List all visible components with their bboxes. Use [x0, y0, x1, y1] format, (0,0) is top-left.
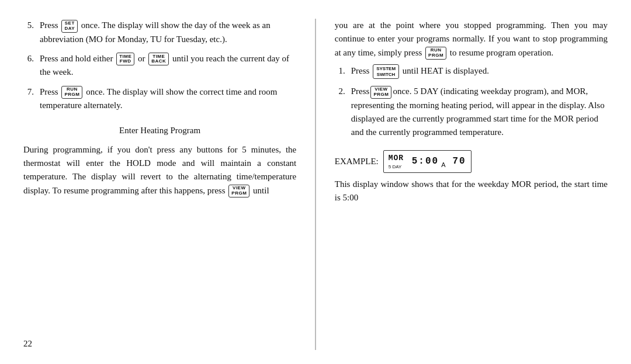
view-prgm-button-left[interactable]: VIEWPRGM — [228, 185, 249, 197]
column-divider — [315, 19, 316, 350]
page: 5. Press SETDAY once. The display will s… — [0, 0, 631, 364]
step-7-number: 7. — [23, 85, 36, 113]
display-example: MOR 5 DAY 5:00 A 70 — [383, 150, 471, 174]
display-time: 5:00 — [412, 154, 439, 168]
right-step-2: 2. PressVIEWPRGMonce. 5 DAY (indicating … — [335, 85, 608, 139]
step-5-content: Press SETDAY once. The display will show… — [40, 19, 296, 46]
step-7-content: Press RUNPRGM once. The display will sho… — [40, 85, 296, 113]
right-step-2-number: 2. — [335, 85, 348, 139]
left-column: 5. Press SETDAY once. The display will s… — [23, 19, 296, 350]
display-ampm: A — [441, 160, 446, 170]
body-paragraph: During programming, if you don't press a… — [23, 143, 296, 197]
section-heading: Enter Heating Program — [23, 124, 296, 137]
example-row: EXAMPLE: MOR 5 DAY 5:00 A 70 — [335, 150, 608, 174]
page-number: 22 — [23, 331, 296, 351]
run-prgm-button-right[interactable]: RUNPRGM — [425, 47, 446, 60]
step-5: 5. Press SETDAY once. The display will s… — [23, 19, 296, 46]
example-label: EXAMPLE: — [335, 155, 379, 168]
step-6-content: Press and hold either TIMEFWD or TIMEBAC… — [40, 52, 296, 79]
step-5-number: 5. — [23, 19, 36, 46]
right-step-1: 1. Press SYSTEMSWITCH until HEAT is disp… — [335, 64, 608, 79]
display-mor-label: MOR — [389, 152, 405, 164]
right-column: you are at the point where you stopped p… — [335, 19, 608, 350]
view-prgm-button-right[interactable]: VIEWPRGM — [370, 86, 391, 99]
right-step-2-content: PressVIEWPRGMonce. 5 DAY (indicating wee… — [351, 85, 608, 139]
step-6-number: 6. — [23, 52, 36, 79]
final-paragraph: This display window shows that for the w… — [335, 178, 608, 205]
system-switch-button[interactable]: SYSTEMSWITCH — [373, 64, 399, 79]
display-5day-label: 5 DAY — [389, 164, 405, 171]
right-step-1-content: Press SYSTEMSWITCH until HEAT is display… — [351, 64, 608, 79]
time-fwd-button[interactable]: TIMEFWD — [116, 53, 134, 65]
step-6: 6. Press and hold either TIMEFWD or TIME… — [23, 52, 296, 79]
display-temp: 70 — [453, 154, 466, 168]
step-7: 7. Press RUNPRGM once. The display will … — [23, 85, 296, 113]
run-prgm-button[interactable]: RUNPRGM — [61, 86, 82, 99]
set-day-button[interactable]: SETDAY — [61, 20, 78, 33]
continuation-paragraph: you are at the point where you stopped p… — [335, 19, 608, 60]
time-back-button[interactable]: TIMEBACK — [148, 53, 169, 65]
right-step-1-number: 1. — [335, 64, 348, 79]
